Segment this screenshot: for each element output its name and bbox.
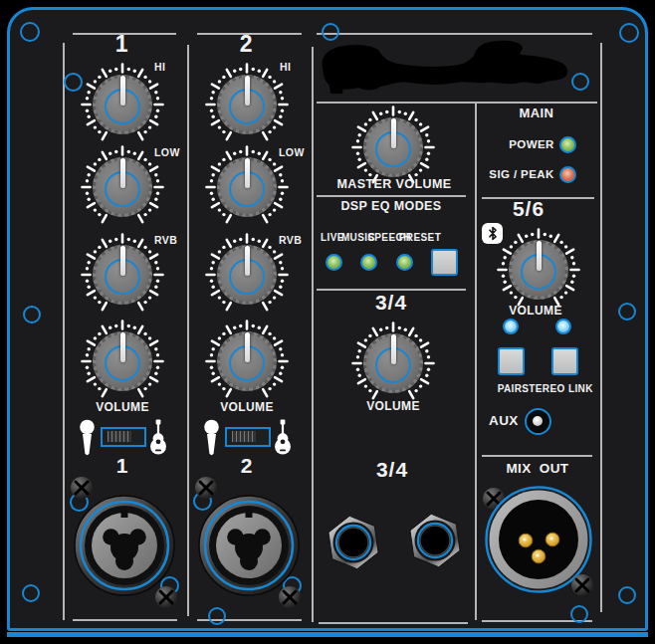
ch2-volume-knob[interactable]	[205, 320, 289, 403]
screw-hole-icon	[571, 73, 589, 91]
ch56-header: 5/6	[513, 197, 545, 221]
screw-icon	[154, 585, 178, 609]
stereo-link-led	[555, 319, 571, 334]
ch2-jack-number: 2	[241, 454, 254, 478]
mix-out-label: MIX OUT	[506, 461, 568, 476]
ch2-mic-guitar-switch[interactable]	[225, 427, 271, 447]
screw-hole-icon	[570, 605, 588, 623]
aux-underline	[482, 455, 592, 457]
ch34-volume-knob[interactable]	[351, 322, 435, 405]
pair-label: PAIR	[498, 383, 523, 394]
screw-hole-icon	[23, 306, 41, 323]
dsp-eq-modes-header: DSP EQ MODES	[340, 199, 441, 213]
ch34-volume-label: VOLUME	[366, 399, 420, 413]
pair-led	[503, 319, 519, 334]
ch1-rvb-label: RVB	[154, 234, 177, 246]
mid-top-line	[317, 33, 592, 35]
ch56-volume-label: VOLUME	[509, 304, 562, 318]
ch34-jacks-label: 3/4	[376, 458, 408, 482]
guitar-icon	[148, 419, 168, 459]
ch34-header: 3/4	[375, 291, 407, 315]
ch2-low-label: LOW	[279, 146, 305, 158]
channel-2-title: 2	[240, 31, 254, 58]
aux-label: AUX	[489, 413, 519, 428]
power-label: POWER	[509, 138, 553, 150]
logo-underline	[317, 102, 597, 104]
ch1-low-label: LOW	[154, 146, 180, 158]
ch1-volume-label: VOLUME	[96, 400, 149, 414]
preset-button[interactable]	[431, 249, 458, 276]
divider-ch1-ch2	[187, 45, 189, 616]
screw-icon	[278, 585, 302, 609]
switch-grip	[108, 431, 131, 442]
stereo-link-label: STEREO LINK	[522, 383, 593, 394]
screw-hole-icon	[619, 23, 639, 43]
ch1-bottom-line	[73, 619, 177, 621]
ch1-hi-label: HI	[154, 61, 165, 73]
mode-preset-label: PRESET	[399, 232, 441, 243]
ch2-combo-input-jack	[197, 494, 301, 597]
ch1-mic-guitar-switch[interactable]	[101, 427, 146, 447]
mic-icon	[203, 419, 220, 459]
brand-logo-redacted	[317, 38, 577, 96]
stereo-link-button[interactable]	[551, 347, 578, 375]
panel-bottom-accent	[7, 632, 648, 637]
speech-led	[396, 254, 413, 271]
screw-hole-icon	[20, 22, 40, 42]
pair-button[interactable]	[498, 347, 525, 375]
ch2-hi-knob[interactable]	[205, 63, 289, 146]
screw-hole-icon	[618, 303, 636, 321]
live-led	[326, 254, 342, 271]
ch2-rvb-knob[interactable]	[205, 233, 289, 317]
screw-hole-icon	[618, 586, 636, 604]
power-led	[559, 136, 576, 153]
ch2-low-knob[interactable]	[205, 145, 289, 229]
mic-icon	[79, 419, 96, 459]
mixer-panel: 1 HI LOW RVB VOLUME 1	[0, 0, 655, 644]
ch1-rvb-knob[interactable]	[81, 233, 164, 317]
ch4-line-input-jack	[406, 512, 464, 569]
main-title: MAIN	[520, 106, 554, 120]
ch3-line-input-jack	[325, 514, 382, 571]
divider-left	[63, 43, 65, 620]
mid-bottom-line	[319, 622, 468, 624]
sig-peak-label: SIG / PEAK	[489, 168, 553, 180]
ch1-combo-input-jack	[73, 494, 176, 597]
ch1-volume-knob[interactable]	[81, 320, 164, 403]
aux-input-jack	[525, 408, 551, 435]
guitar-icon	[273, 419, 293, 459]
ch1-hi-knob[interactable]	[81, 63, 164, 146]
ch1-jack-number: 1	[116, 454, 129, 478]
ch56-volume-knob[interactable]	[497, 228, 580, 312]
music-led	[360, 254, 377, 271]
channel-1-title: 1	[115, 31, 129, 58]
switch-grip	[232, 431, 256, 442]
ch1-low-knob[interactable]	[81, 145, 164, 229]
screw-hole-icon	[322, 23, 339, 41]
screw-icon	[570, 573, 594, 597]
screw-hole-icon	[22, 584, 40, 602]
master-volume-label: MASTER VOLUME	[337, 177, 452, 191]
sig-peak-led	[559, 166, 576, 183]
ch2-volume-label: VOLUME	[220, 400, 274, 414]
divider-right	[600, 43, 602, 612]
ch2-rvb-label: RVB	[279, 234, 302, 246]
divider-mid-right	[475, 103, 477, 620]
screw-hole-icon	[208, 607, 226, 625]
master-underline	[317, 195, 466, 197]
ch2-hi-label: HI	[280, 61, 291, 73]
divider-ch2-mid	[312, 47, 314, 622]
